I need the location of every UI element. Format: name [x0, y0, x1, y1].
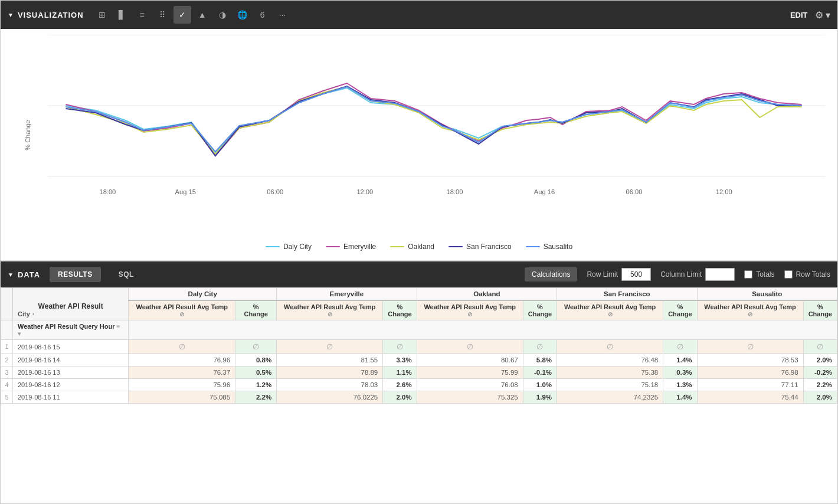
- data-bar: ▼ DATA RESULTS SQL Calculations Row Limi…: [1, 261, 837, 287]
- emery-avg-2: 81.55: [277, 354, 383, 366]
- date-cell-3: 2019-08-16 13: [13, 366, 129, 379]
- oak-avg-1: ∅: [417, 340, 523, 354]
- scatter-icon[interactable]: ⠿: [153, 6, 171, 24]
- list-icon[interactable]: ≡: [133, 6, 151, 24]
- legend-oakland: Oakland: [390, 243, 434, 251]
- saus-pct-1: ∅: [803, 340, 837, 354]
- data-section-title: ▼ DATA: [8, 270, 40, 279]
- emery-avg-4: 78.03: [277, 379, 383, 391]
- oak-avg-5: 75.325: [417, 391, 523, 404]
- emery-pct-1: ∅: [383, 340, 417, 354]
- date-cell-1: 2019-08-16 15: [13, 340, 129, 354]
- svg-text:18:00: 18:00: [446, 188, 463, 195]
- sf-avg-3: 75.38: [557, 366, 663, 379]
- table-row: 5 2019-08-16 11 75.085 2.2% 76.0225 2.0%…: [1, 391, 837, 404]
- saus-avg-4: 77.11: [697, 379, 803, 391]
- dropdown-arrow[interactable]: ▾: [18, 330, 21, 337]
- emery-avg-1: ∅: [277, 340, 383, 354]
- city-group-daly-city: Daly City: [129, 288, 277, 301]
- chevron-down-icon[interactable]: ▼: [8, 12, 14, 18]
- totals-group: Totals: [744, 270, 774, 279]
- edit-button[interactable]: EDIT: [790, 11, 808, 19]
- saus-avg-5: 75.44: [697, 391, 803, 404]
- row-limit-input[interactable]: [621, 268, 651, 281]
- col-limit-label: Column Limit: [660, 270, 702, 279]
- chart-legend: Daly City Emeryville Oakland San Francis…: [12, 240, 826, 251]
- totals-checkbox[interactable]: [744, 270, 752, 279]
- calculations-button[interactable]: Calculations: [525, 267, 577, 282]
- legend-label-oakland: Oakland: [408, 243, 434, 251]
- row-num-4: 4: [1, 379, 13, 391]
- emery-pct-5: 2.0%: [383, 391, 417, 404]
- emery-pct-change-header: %Change: [383, 300, 417, 320]
- settings-icon[interactable]: ⚙ ▾: [815, 9, 830, 21]
- bar-chart-icon[interactable]: ▋: [113, 6, 131, 24]
- legend-label-emeryville: Emeryville: [343, 243, 376, 251]
- table-row: 4 2019-08-16 12 75.96 1.2% 78.03 2.6% 76…: [1, 379, 837, 391]
- top-bar-right: EDIT ⚙ ▾: [790, 9, 830, 21]
- chart-area: % Change 0.0% -10.0% 18:00 Aug 15 06:00 …: [1, 29, 837, 261]
- date-cell-2: 2019-08-16 14: [13, 354, 129, 366]
- city-group-oakland: Oakland: [417, 288, 557, 301]
- legend-line-sausalito: [526, 246, 540, 247]
- subrow-spacer: [129, 320, 837, 340]
- row-num-header: [1, 288, 13, 320]
- emery-avg-5: 76.0225: [277, 391, 383, 404]
- number-icon[interactable]: 6: [254, 6, 271, 24]
- sf-pct-5: 1.4%: [663, 391, 697, 404]
- row-num-5: 5: [1, 391, 13, 404]
- data-table-wrapper: Weather API Result City › Daly City Emer…: [1, 287, 837, 404]
- legend-line-daly-city: [266, 246, 280, 247]
- table-row: 3 2019-08-16 13 76.37 0.5% 78.89 1.1% 75…: [1, 366, 837, 379]
- oak-pct-4: 1.0%: [523, 379, 557, 391]
- svg-text:12:00: 12:00: [356, 188, 373, 195]
- row-num-spacer: [1, 320, 13, 340]
- row-totals-label: Row Totals: [796, 270, 830, 279]
- data-table: Weather API Result City › Daly City Emer…: [1, 287, 837, 404]
- map-icon[interactable]: 🌐: [234, 6, 251, 24]
- daly-pct-1: ∅: [235, 340, 277, 354]
- area-chart-icon[interactable]: ▲: [194, 6, 211, 24]
- chevron-down-icon-data[interactable]: ▼: [8, 271, 14, 278]
- oak-pct-5: 1.9%: [523, 391, 557, 404]
- saus-avg-2: 78.53: [697, 354, 803, 366]
- legend-label-sausalito: Sausalito: [544, 243, 572, 251]
- sf-pct-change-header: %Change: [663, 300, 697, 320]
- more-icon[interactable]: ···: [274, 6, 292, 24]
- legend-san-francisco: San Francisco: [449, 243, 512, 251]
- col-limit-input[interactable]: [705, 268, 735, 281]
- sf-pct-2: 1.4%: [663, 354, 697, 366]
- daly-avg-1: ∅: [129, 340, 235, 354]
- emery-avg-3: 78.89: [277, 366, 383, 379]
- legend-sausalito: Sausalito: [526, 243, 572, 251]
- date-cell-4: 2019-08-16 12: [13, 379, 129, 391]
- city-group-emeryville: Emeryville: [277, 288, 417, 301]
- saus-pct-4: 2.2%: [803, 379, 837, 391]
- line-chart-icon[interactable]: ✓: [174, 6, 191, 24]
- pie-chart-icon[interactable]: ◑: [214, 6, 231, 24]
- table-icon[interactable]: ⊞: [93, 6, 111, 24]
- city-group-san-francisco: San Francisco: [557, 288, 697, 301]
- tab-results[interactable]: RESULTS: [50, 267, 101, 282]
- tab-sql[interactable]: SQL: [110, 267, 142, 282]
- city-group-sausalito: Sausalito: [697, 288, 837, 301]
- chart-wrapper: % Change 0.0% -10.0% 18:00 Aug 15 06:00 …: [12, 35, 826, 235]
- sf-avg-4: 75.18: [557, 379, 663, 391]
- line-chart-svg: 0.0% -10.0% 18:00 Aug 15 06:00 12:00 18:…: [48, 35, 826, 212]
- sf-avg-5: 74.2325: [557, 391, 663, 404]
- sf-pct-1: ∅: [663, 340, 697, 354]
- row-num-3: 3: [1, 366, 13, 379]
- oak-avg-2: 80.67: [417, 354, 523, 366]
- row-totals-checkbox[interactable]: [784, 270, 793, 279]
- saus-avg-temp-header: Weather API Result Avg Temp ⊘: [697, 300, 803, 320]
- row-limit-label: Row Limit: [587, 270, 618, 279]
- chart-type-icons: ⊞ ▋ ≡ ⠿ ✓ ▲ ◑ 🌐 6 ···: [93, 6, 292, 24]
- query-hour-cell: Weather API Result Query Hour ≡ ▾: [13, 320, 129, 340]
- oak-pct-3: -0.1%: [523, 366, 557, 379]
- sort-icon[interactable]: ›: [32, 311, 34, 317]
- svg-text:12:00: 12:00: [716, 188, 732, 195]
- date-cell-5: 2019-08-16 11: [13, 391, 129, 404]
- sf-pct-3: 0.3%: [663, 366, 697, 379]
- saus-avg-1: ∅: [697, 340, 803, 354]
- totals-label: Totals: [756, 270, 774, 279]
